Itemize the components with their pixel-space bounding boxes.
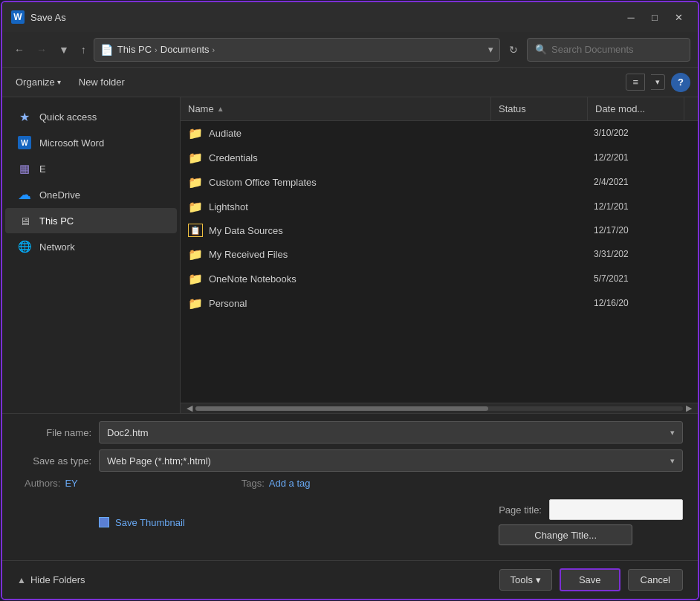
file-date: 5/7/2021	[594, 273, 690, 284]
table-row[interactable]: 📁 Audiate 3/10/202	[181, 121, 698, 146]
h-scroll-left-button[interactable]: ◀	[184, 403, 195, 413]
forward-button[interactable]: →	[32, 41, 51, 59]
sidebar-item-network[interactable]: 🌐 Network	[5, 234, 177, 259]
up-button[interactable]: ↑	[77, 41, 91, 59]
this-pc-icon: 🖥	[17, 213, 32, 228]
file-date: 3/31/202	[594, 249, 690, 259]
view-button[interactable]: ≡	[626, 74, 645, 91]
address-bar[interactable]: 📄 This PC › Documents › ▾	[94, 38, 500, 62]
back-button[interactable]: ←	[10, 41, 29, 59]
table-row[interactable]: 📋 My Data Sources 12/17/20	[181, 219, 698, 242]
file-list-scroll[interactable]: 📁 Audiate 3/10/202 📁 Credentials 12/2/20…	[181, 121, 698, 403]
minimize-button[interactable]: ─	[620, 9, 641, 25]
table-row[interactable]: 📁 Custom Office Templates 2/4/2021	[181, 170, 698, 195]
dialog-title: Save As	[30, 12, 620, 23]
file-name-input-wrap: ▾	[99, 421, 683, 444]
authors-value[interactable]: EY	[65, 478, 77, 489]
table-row[interactable]: 📁 Credentials 12/2/201	[181, 146, 698, 170]
h-scroll-right-button[interactable]: ▶	[683, 403, 695, 413]
folder-icon: 📁	[188, 150, 203, 165]
sidebar-item-this-pc[interactable]: 🖥 This PC	[5, 208, 177, 233]
recent-locations-button[interactable]: ▼	[54, 41, 74, 59]
file-name: Personal	[209, 298, 485, 309]
file-list-container: Name ▲ Status Date mod... 📁 Audiate 3/10…	[181, 97, 698, 413]
file-name: My Data Sources	[209, 225, 485, 236]
onedrive-icon: ☁	[17, 187, 32, 202]
file-name: OneNote Notebooks	[209, 273, 485, 285]
tags-section: Tags: Add a tag	[242, 478, 311, 489]
main-content: ★ Quick access W Microsoft Word ▦ E ☁	[2, 97, 698, 413]
file-date: 12/2/201	[594, 152, 690, 163]
folder-icon: 📁	[188, 271, 203, 286]
page-title-input[interactable]	[549, 499, 683, 520]
file-name: Lightshot	[209, 201, 485, 212]
change-title-button[interactable]: Change Title...	[499, 524, 632, 545]
view-dropdown-button[interactable]: ▾	[651, 74, 665, 90]
maximize-button[interactable]: □	[644, 9, 665, 25]
refresh-button[interactable]: ↻	[503, 41, 524, 59]
table-row[interactable]: 📁 Personal 12/16/20	[181, 291, 698, 316]
bottom-form: File name: ▾ Save as type: Web Page (*.h…	[2, 413, 698, 560]
page-title-label: Page title:	[499, 504, 542, 516]
file-date: 2/4/2021	[594, 177, 690, 187]
save-type-select[interactable]: Web Page (*.htm;*.html) ▾	[99, 449, 683, 472]
hide-folders-toggle[interactable]: ▲ Hide Folders	[17, 574, 85, 585]
sidebar-item-e-drive[interactable]: ▦ E	[5, 156, 177, 181]
h-scroll-thumb	[195, 406, 488, 411]
new-folder-button[interactable]: New folder	[73, 74, 131, 91]
sidebar-label-onedrive: OneDrive	[39, 189, 80, 201]
authors-section: Authors: EY	[25, 478, 78, 489]
folder-icon: 📁	[188, 247, 203, 261]
column-status-header[interactable]: Status	[491, 97, 588, 120]
save-type-label: Save as type:	[17, 455, 91, 467]
address-dropdown-button[interactable]: ▾	[488, 44, 493, 55]
sidebar-label-microsoft-word: Microsoft Word	[39, 137, 104, 149]
sidebar-label-this-pc: This PC	[39, 215, 74, 227]
search-input[interactable]	[551, 44, 670, 55]
column-name-header[interactable]: Name ▲	[181, 97, 491, 120]
sidebar-item-microsoft-word[interactable]: W Microsoft Word	[5, 130, 177, 155]
file-name: My Received Files	[209, 249, 485, 260]
table-row[interactable]: 📁 Lightshot 12/1/201	[181, 195, 698, 219]
action-buttons: Tools ▾ Save Cancel	[499, 568, 683, 591]
breadcrumb-this-pc[interactable]: This PC	[117, 44, 152, 55]
breadcrumb-sep1: ›	[155, 45, 158, 54]
table-row[interactable]: 📁 My Received Files 3/31/202	[181, 242, 698, 267]
sidebar-label-e-drive: E	[39, 163, 46, 175]
quick-access-icon: ★	[17, 109, 32, 124]
cancel-button[interactable]: Cancel	[628, 569, 683, 591]
folder-icon: 📁	[188, 296, 203, 311]
organize-button[interactable]: Organize ▾	[10, 74, 67, 91]
save-thumbnail-label[interactable]: Save Thumbnail	[115, 517, 185, 528]
table-row[interactable]: 📁 OneNote Notebooks 5/7/2021	[181, 267, 698, 291]
e-drive-icon: ▦	[17, 161, 32, 176]
address-file-icon: 📄	[100, 44, 113, 56]
file-name: Custom Office Templates	[209, 177, 485, 188]
column-date-header[interactable]: Date mod...	[588, 97, 684, 120]
title-bar: W Save As ─ □ ✕	[2, 2, 698, 32]
help-button[interactable]: ?	[671, 73, 690, 92]
search-icon: 🔍	[535, 44, 547, 55]
close-button[interactable]: ✕	[668, 9, 689, 25]
tags-value[interactable]: Add a tag	[269, 478, 311, 489]
file-name-input[interactable]	[107, 427, 670, 438]
hide-folders-icon: ▲	[17, 575, 26, 585]
toolbar: Organize ▾ New folder ≡ ▾ ?	[2, 68, 698, 97]
save-type-arrow: ▾	[670, 456, 675, 466]
file-date: 12/16/20	[594, 298, 690, 308]
sidebar-item-quick-access[interactable]: ★ Quick access	[5, 104, 177, 129]
page-title-row: Page title:	[499, 499, 683, 520]
file-date: 12/1/201	[594, 201, 690, 212]
navigation-bar: ← → ▼ ↑ 📄 This PC › Documents › ▾ ↻ 🔍	[2, 32, 698, 68]
sidebar-item-onedrive[interactable]: ☁ OneDrive	[5, 182, 177, 207]
breadcrumb-documents[interactable]: Documents	[161, 44, 210, 55]
tools-button[interactable]: Tools ▾	[499, 569, 552, 591]
file-name-dropdown-arrow[interactable]: ▾	[670, 428, 675, 438]
sidebar-label-quick-access: Quick access	[39, 111, 97, 123]
save-thumbnail-checkbox[interactable]	[99, 517, 109, 527]
save-as-dialog: W Save As ─ □ ✕ ← → ▼ ↑ 📄 This PC › Docu…	[1, 1, 699, 600]
save-button[interactable]: Save	[560, 568, 620, 591]
folder-icon: 📁	[188, 175, 203, 189]
file-date: 3/10/202	[594, 128, 690, 138]
horizontal-scrollbar[interactable]: ◀ ▶	[181, 403, 698, 413]
